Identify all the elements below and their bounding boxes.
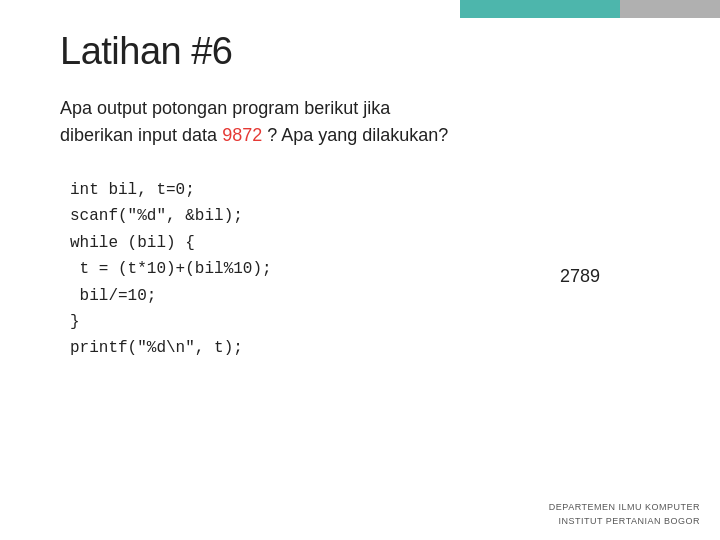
highlight-number: 9872 <box>222 125 262 145</box>
footer: DEPARTEMEN ILMU KOMPUTER INSTITUT PERTAN… <box>549 501 700 528</box>
code-line-6: } <box>70 309 680 335</box>
top-bar-gray <box>620 0 720 18</box>
code-line-2: scanf("%d", &bil); <box>70 203 680 229</box>
description-part2: diberikan input data <box>60 125 222 145</box>
code-line-7: printf("%d\n", t); <box>70 335 680 361</box>
footer-line2: INSTITUT PERTANIAN BOGOR <box>549 515 700 529</box>
description: Apa output potongan program berikut jika… <box>60 95 680 149</box>
top-bar <box>0 0 720 18</box>
footer-line1: DEPARTEMEN ILMU KOMPUTER <box>549 501 700 515</box>
code-line-3: while (bil) { <box>70 230 680 256</box>
slide-title: Latihan #6 <box>60 30 680 73</box>
code-block: int bil, t=0; scanf("%d", &bil); while (… <box>70 177 680 362</box>
description-part1: Apa output potongan program berikut jika <box>60 98 390 118</box>
top-bar-teal <box>460 0 620 18</box>
result-label: 2789 <box>560 262 600 292</box>
description-part3: ? Apa yang dilakukan? <box>262 125 448 145</box>
main-content: Latihan #6 Apa output potongan program b… <box>60 30 680 500</box>
code-line-1: int bil, t=0; <box>70 177 680 203</box>
